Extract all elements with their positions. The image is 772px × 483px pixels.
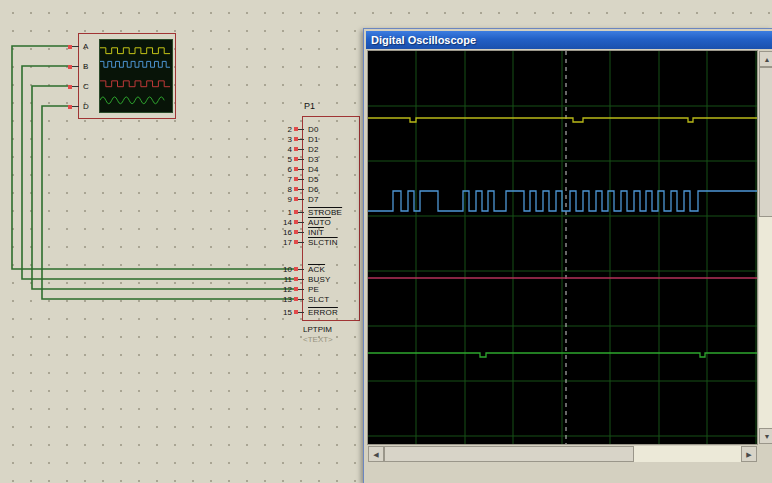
connector-pin-row[interactable]: 5 D3	[268, 154, 364, 164]
oscilloscope-component[interactable]: A B C D	[78, 33, 176, 119]
pin-number: 12	[268, 285, 294, 294]
connector-pin-row[interactable]: 11 BUSY	[268, 274, 364, 284]
pin-label: PE	[304, 285, 319, 294]
pin-number: 3	[268, 135, 294, 144]
pin-number: 9	[268, 195, 294, 204]
connector-pin-row[interactable]: 2 D0	[268, 124, 364, 134]
vertical-scrollbar[interactable]: ▲ ▼	[759, 51, 772, 444]
scope-pin-label-b: B	[83, 62, 88, 72]
scope-pin-stub	[72, 66, 79, 67]
scope-pin-stub	[72, 106, 79, 107]
connector-pin-row[interactable]: 3 D1	[268, 134, 364, 144]
pin-connection-marker	[68, 65, 72, 69]
pin-number: 14	[268, 218, 294, 227]
oscilloscope-component-screen	[99, 39, 173, 113]
pin-label: D7	[304, 195, 319, 204]
pin-number: 1	[268, 208, 294, 217]
scroll-left-icon[interactable]: ◀	[368, 446, 384, 462]
scope-plot-svg	[368, 51, 757, 444]
connector-part-name: LPTPIM	[303, 325, 332, 334]
pin-label: D3	[304, 155, 319, 164]
pin-number: 6	[268, 165, 294, 174]
connector-pin-row[interactable]: 4 D2	[268, 144, 364, 154]
pin-number: 17	[268, 238, 294, 247]
connector-pin-row[interactable]: 7 D5	[268, 174, 364, 184]
connector-pin-row[interactable]: 17 SLCTIN	[268, 237, 364, 247]
schematic-canvas: A B C D P1 2 D0 3 D1 4 D2 5 D3	[0, 0, 772, 483]
connector-pin-row[interactable]: 13 SLCT	[268, 294, 364, 304]
horizontal-scroll-thumb[interactable]	[384, 446, 634, 462]
connector-pin-row[interactable]: 12 PE	[268, 284, 364, 294]
connector-text-placeholder: <TEXT>	[303, 335, 333, 344]
scope-pin-label-a: A	[83, 42, 88, 52]
scroll-up-icon[interactable]: ▲	[759, 51, 772, 67]
connector-pin-row[interactable]: 1 STROBE	[268, 207, 364, 217]
pin-label: BUSY	[304, 275, 331, 284]
pin-label: SLCTIN	[304, 238, 338, 247]
oscilloscope-display[interactable]	[368, 51, 757, 444]
connector-pin-row[interactable]: 8 D6	[268, 184, 364, 194]
pin-label: D5	[304, 175, 319, 184]
pin-number: 4	[268, 145, 294, 154]
pin-label: ACK	[304, 265, 325, 274]
pin-number: 7	[268, 175, 294, 184]
pin-number: 8	[268, 185, 294, 194]
horizontal-scrollbar[interactable]: ◀ ▶	[368, 446, 757, 462]
connector-ref: P1	[304, 101, 315, 111]
connector-pin-row[interactable]: 9 D7	[268, 194, 364, 204]
pin-label: AUTO	[304, 218, 331, 227]
scope-pin-stub	[72, 46, 79, 47]
scope-pin-label-d: D	[83, 102, 89, 112]
pin-label: INIT	[304, 228, 324, 237]
connector-pins: 2 D0 3 D1 4 D2 5 D3 6 D4 7 D5 8 D6	[268, 124, 364, 317]
pin-label: SLCT	[304, 295, 329, 304]
pin-connection-marker	[68, 85, 72, 89]
connector-pin-row[interactable]: 16 INIT	[268, 227, 364, 237]
pin-number: 15	[268, 308, 294, 317]
pin-label: D0	[304, 125, 319, 134]
pin-number: 2	[268, 125, 294, 134]
pin-number: 5	[268, 155, 294, 164]
pin-number: 13	[268, 295, 294, 304]
pin-number: 10	[268, 265, 294, 274]
pin-label: STROBE	[304, 208, 342, 217]
oscilloscope-window: Digital Oscilloscope ▲ ▼ ◀ ▶	[363, 28, 772, 483]
pin-label: ERROR	[304, 308, 338, 317]
vertical-scroll-thumb[interactable]	[759, 67, 772, 217]
scope-pin-label-c: C	[83, 82, 89, 92]
pin-connection-marker	[68, 45, 72, 49]
oscilloscope-titlebar[interactable]: Digital Oscilloscope	[366, 31, 772, 49]
connector-pin-row[interactable]: 10 ACK	[268, 264, 364, 274]
pin-label: D4	[304, 165, 319, 174]
scroll-right-icon[interactable]: ▶	[741, 446, 757, 462]
pin-label: D2	[304, 145, 319, 154]
connector-pin-row[interactable]: 6 D4	[268, 164, 364, 174]
pin-label: D6	[304, 185, 319, 194]
pin-connection-marker	[68, 105, 72, 109]
pin-number: 11	[268, 275, 294, 284]
oscilloscope-title: Digital Oscilloscope	[371, 34, 476, 46]
scope-pin-stub	[72, 86, 79, 87]
connector-pin-row[interactable]: 14 AUTO	[268, 217, 364, 227]
connector-pin-row[interactable]: 15 ERROR	[268, 307, 364, 317]
pin-number: 16	[268, 228, 294, 237]
scroll-down-icon[interactable]: ▼	[759, 428, 772, 444]
pin-label: D1	[304, 135, 319, 144]
